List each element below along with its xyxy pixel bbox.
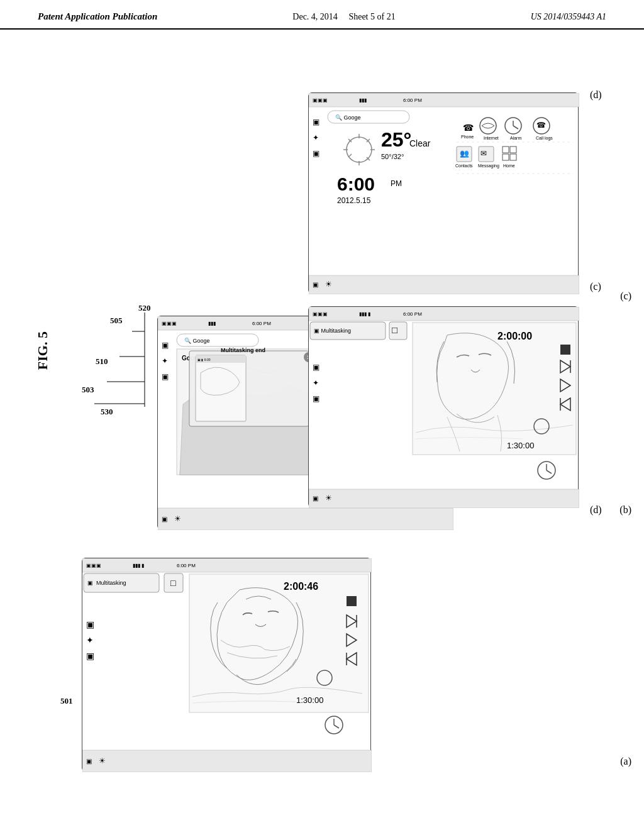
svg-text:▮▮▮: ▮▮▮ [208,321,216,326]
svg-text:6:00: 6:00 [337,174,375,194]
svg-text:6:00 PM: 6:00 PM [403,97,422,103]
svg-line-95 [348,154,352,157]
svg-text:▣ ▮ 6:00: ▣ ▮ 6:00 [197,358,211,362]
svg-rect-153 [309,489,579,508]
svg-text:▣▣▣: ▣▣▣ [313,97,328,103]
svg-text:▣: ▣ [313,149,319,158]
svg-text:🔍 Googe: 🔍 Googe [335,114,361,121]
svg-text:☀: ☀ [174,514,181,523]
svg-rect-25 [82,750,372,772]
page-header: Patent Application Publication Dec. 4, 2… [0,0,644,30]
svg-text:25°: 25° [381,128,411,151]
panel-a-diagram: ▣▣▣ ▮▮▮ ▮ 6:00 PM ▣ Multitasking □ ▣ ✦ ▣ [82,558,371,772]
svg-text:☀: ☀ [325,280,332,289]
svg-text:▣▣▣: ▣▣▣ [86,563,101,568]
svg-text:▣: ▣ [86,651,94,661]
svg-text:✦: ✦ [313,133,319,142]
svg-text:▣: ▣ [313,281,318,288]
svg-text:2:00:00: 2:00:00 [497,331,532,341]
panel-d-svg: ▣▣▣ ▮▮▮ ▮ 6:00 PM ▣ Multitasking □ ▣ ✦ ▣ [309,307,579,508]
svg-text:▣: ▣ [313,495,318,502]
svg-text:Call logs: Call logs [536,136,553,141]
svg-text:✦: ✦ [313,379,319,387]
svg-rect-119 [502,147,509,153]
panel-c-svg: ▣▣▣ ▮▮▮ 6:00 PM ▣ ✦ ▣ 🔍 Googe 25° C [309,93,579,294]
svg-text:6:00 PM: 6:00 PM [403,311,422,317]
svg-text:2012.5.15: 2012.5.15 [337,196,371,205]
panel-c-diagram: ▣▣▣ ▮▮▮ 6:00 PM ▣ ✦ ▣ 🔍 Googe 25° C [308,92,579,294]
svg-text:Alarm: Alarm [510,136,521,140]
header-date: Dec. 4, 2014 [292,12,338,21]
svg-text:👥: 👥 [460,148,469,158]
svg-text:☀: ☀ [325,494,332,502]
svg-rect-70 [158,508,453,530]
svg-text:☎: ☎ [536,121,546,130]
svg-line-24 [334,725,339,728]
svg-text:☀: ☀ [99,756,106,765]
svg-rect-121 [502,154,509,160]
svg-text:2:00:46: 2:00:46 [284,581,318,592]
svg-line-108 [513,126,518,129]
ref-501: 501 [60,696,73,706]
svg-text:▣: ▣ [313,394,319,403]
svg-rect-40 [196,355,246,421]
svg-rect-140 [413,323,576,455]
svg-text:▣: ▣ [313,363,319,372]
svg-rect-12 [189,574,369,712]
svg-rect-78 [309,93,579,107]
svg-rect-0 [82,558,372,572]
svg-text:Contacts: Contacts [455,163,473,168]
svg-rect-120 [510,147,516,153]
panel-a-label: (a) [620,756,631,767]
svg-text:Multitasking: Multitasking [96,580,126,586]
svg-rect-122 [510,154,516,160]
svg-text:Multitasking end: Multitasking end [221,347,265,353]
panel-d-diagram: ▣▣▣ ▮▮▮ ▮ 6:00 PM ▣ Multitasking □ ▣ ✦ ▣ [308,306,579,507]
header-center: Dec. 4, 2014 Sheet 5 of 21 [292,12,395,22]
svg-text:✉: ✉ [480,149,487,158]
figure-label: FIG. 5 [35,331,51,370]
svg-text:🔍 Googe: 🔍 Googe [184,337,210,345]
panel-a-svg: ▣▣▣ ▮▮▮ ▮ 6:00 PM ▣ Multitasking □ ▣ ✦ ▣ [82,558,372,772]
svg-text:▣: ▣ [313,118,319,126]
svg-text:▮▮▮ ▮: ▮▮▮ ▮ [359,311,370,317]
svg-rect-126 [309,275,579,294]
svg-text:▣: ▣ [86,758,92,765]
header-sheet: Sheet 5 of 21 [348,12,395,21]
svg-rect-14 [347,596,357,606]
panel-d-label-2: (d) [590,504,602,516]
svg-text:▣▣▣: ▣▣▣ [162,321,177,326]
svg-text:▣: ▣ [162,516,167,523]
panel-c-label-2: (c) [590,281,601,292]
svg-text:PM: PM [391,179,402,188]
svg-text:▣▣▣: ▣▣▣ [313,311,328,317]
panel-b-dimension-lines [82,300,164,426]
svg-text:▮▮▮ ▮: ▮▮▮ ▮ [133,563,144,568]
svg-text:Phone: Phone [461,135,474,139]
panel-d-label: (d) [590,89,602,101]
svg-line-152 [547,470,552,473]
header-left: Patent Application Publication [38,11,157,22]
svg-text:6:00 PM: 6:00 PM [252,321,271,326]
svg-text:▣ Multitasking: ▣ Multitasking [314,328,351,334]
header-right: US 2014/0359443 A1 [531,12,606,22]
panel-b-label: (b) [619,504,631,516]
svg-text:□: □ [170,578,176,588]
svg-text:Home: Home [503,163,515,168]
svg-text:6:00 PM: 6:00 PM [177,563,196,568]
svg-text:✦: ✦ [86,635,94,645]
svg-text:▣: ▣ [86,619,94,629]
svg-text:▮▮▮: ▮▮▮ [359,97,367,103]
panel-c-label: (c) [620,290,631,302]
svg-text:Clear: Clear [409,138,431,148]
svg-text:Internet: Internet [484,136,499,140]
svg-text:□: □ [392,324,397,335]
svg-text:☎: ☎ [463,123,474,133]
svg-text:▣: ▣ [87,580,93,586]
svg-text:50°/32°: 50°/32° [381,153,404,160]
svg-rect-129 [309,307,579,321]
svg-text:Messaging: Messaging [478,163,499,169]
svg-text:1:30:00: 1:30:00 [507,441,534,450]
svg-rect-142 [560,345,570,355]
svg-point-104 [480,118,496,134]
